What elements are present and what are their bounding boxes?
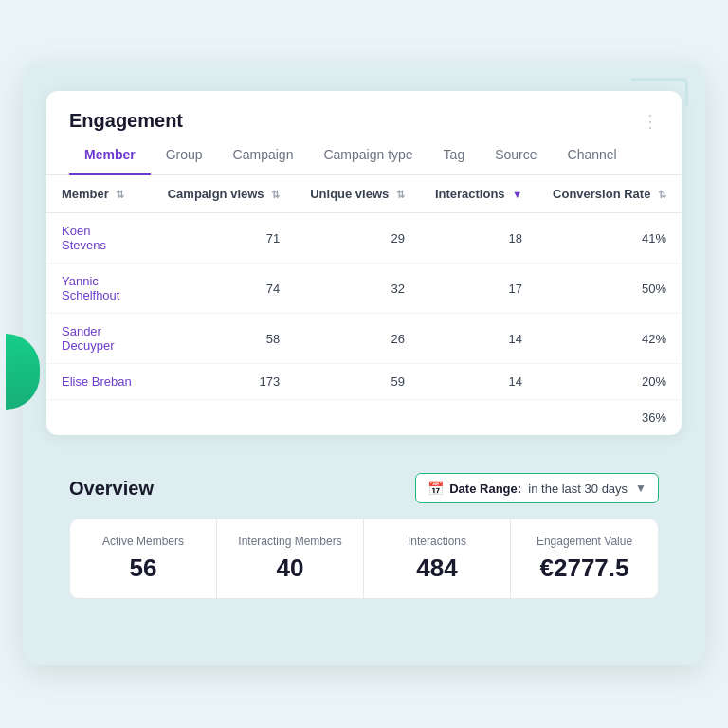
unique-views-cell: 59 xyxy=(295,364,420,400)
sort-icon-member: ⇅ xyxy=(116,189,124,201)
tab-group[interactable]: Group xyxy=(151,136,218,175)
col-conversion-rate[interactable]: Conversion Rate ⇅ xyxy=(537,175,682,213)
top-right-decoration xyxy=(631,78,688,106)
member-name-cell: Sander Decuyper xyxy=(46,314,153,364)
sort-icon-unique-views: ⇅ xyxy=(396,189,405,201)
interactions-cell xyxy=(420,400,537,436)
col-member[interactable]: Member ⇅ xyxy=(46,175,153,213)
table-row: Elise Breban 173 59 14 20% xyxy=(46,364,682,400)
table-row: Yannic Schelfhout 74 32 17 50% xyxy=(46,264,682,314)
date-range-label: Date Range: in the last 30 days xyxy=(449,482,628,496)
stat-label-interacting-members: Interacting Members xyxy=(236,535,344,548)
sort-icon-interactions: ▼ xyxy=(512,189,522,200)
tab-campaign[interactable]: Campaign xyxy=(218,136,309,175)
member-link-sander[interactable]: Sander Decuyper xyxy=(62,324,115,353)
campaign-views-cell: 173 xyxy=(153,364,295,400)
conversion-rate-cell: 42% xyxy=(537,314,682,364)
table-row: 36% xyxy=(46,400,682,436)
member-name-cell: Yannic Schelfhout xyxy=(46,264,153,314)
member-link-koen[interactable]: Koen Stevens xyxy=(62,224,106,252)
member-link-elise[interactable]: Elise Breban xyxy=(62,374,132,389)
tab-channel[interactable]: Channel xyxy=(553,136,632,175)
table-row: Koen Stevens 71 29 18 41% xyxy=(46,213,682,264)
stat-value-engagement-value: €2777.5 xyxy=(530,554,639,583)
stat-label-interactions: Interactions xyxy=(383,535,491,548)
stats-grid: Active Members 56 Interacting Members 40… xyxy=(69,519,659,599)
table-body: Koen Stevens 71 29 18 41% Yannic Schelfh… xyxy=(46,213,682,436)
member-link-yannic[interactable]: Yannic Schelfhout xyxy=(62,274,119,302)
tab-campaign-type[interactable]: Campaign type xyxy=(308,136,428,175)
col-interactions[interactable]: Interactions ▼ xyxy=(420,175,537,213)
stat-engagement-value: Engagement Value €2777.5 xyxy=(511,519,658,598)
stat-interacting-members: Interacting Members 40 xyxy=(217,519,364,598)
engagement-title: Engagement xyxy=(69,110,183,132)
overview-title: Overview xyxy=(69,478,154,500)
campaign-views-cell: 74 xyxy=(153,264,295,314)
member-name-cell xyxy=(46,400,153,436)
campaign-views-cell: 58 xyxy=(153,314,295,364)
interactions-cell: 14 xyxy=(420,364,537,400)
unique-views-cell: 26 xyxy=(295,314,420,364)
engagement-table: Member ⇅ Campaign views ⇅ Unique views ⇅… xyxy=(46,175,682,435)
unique-views-cell: 29 xyxy=(295,213,420,264)
col-campaign-views[interactable]: Campaign views ⇅ xyxy=(153,175,295,213)
campaign-views-cell: 71 xyxy=(153,213,295,264)
interactions-cell: 14 xyxy=(420,314,537,364)
date-range-button[interactable]: 📅 Date Range: in the last 30 days ▼ xyxy=(415,473,659,503)
card-header: Engagement ⋮ xyxy=(46,91,682,132)
interactions-cell: 18 xyxy=(420,213,537,264)
conversion-rate-cell: 50% xyxy=(537,264,682,314)
stat-active-members: Active Members 56 xyxy=(70,519,217,598)
stat-label-active-members: Active Members xyxy=(89,535,197,548)
chevron-down-icon: ▼ xyxy=(635,482,646,495)
stat-label-engagement-value: Engagement Value xyxy=(530,535,639,548)
col-unique-views[interactable]: Unique views ⇅ xyxy=(295,175,420,213)
outer-wrapper: Engagement ⋮ Member Group Campaign Campa… xyxy=(23,63,705,665)
tab-tag[interactable]: Tag xyxy=(428,136,481,175)
table-wrapper: Member ⇅ Campaign views ⇅ Unique views ⇅… xyxy=(46,175,682,435)
table-header: Member ⇅ Campaign views ⇅ Unique views ⇅… xyxy=(46,175,682,213)
campaign-views-cell xyxy=(153,400,295,436)
overview-header: Overview 📅 Date Range: in the last 30 da… xyxy=(69,473,659,503)
conversion-rate-cell: 20% xyxy=(537,364,682,400)
overview-section: Overview 📅 Date Range: in the last 30 da… xyxy=(46,454,682,599)
conversion-rate-cell: 36% xyxy=(537,400,682,436)
engagement-card: Engagement ⋮ Member Group Campaign Campa… xyxy=(46,91,682,435)
tab-source[interactable]: Source xyxy=(480,136,552,175)
member-name-cell: Koen Stevens xyxy=(46,213,153,264)
stat-value-active-members: 56 xyxy=(89,554,197,583)
sort-icon-campaign-views: ⇅ xyxy=(271,189,280,201)
table-row: Sander Decuyper 58 26 14 42% xyxy=(46,314,682,364)
unique-views-cell xyxy=(295,400,420,436)
sort-icon-conversion-rate: ⇅ xyxy=(658,189,666,201)
member-name-cell: Elise Breban xyxy=(46,364,153,400)
tabs-nav: Member Group Campaign Campaign type Tag … xyxy=(46,136,682,175)
calendar-icon: 📅 xyxy=(428,481,444,496)
stat-interactions: Interactions 484 xyxy=(364,519,511,598)
interactions-cell: 17 xyxy=(420,264,537,314)
tab-member[interactable]: Member xyxy=(69,136,151,175)
left-blob-decoration xyxy=(6,334,40,410)
stat-value-interacting-members: 40 xyxy=(236,554,344,583)
unique-views-cell: 32 xyxy=(295,264,420,314)
stat-value-interactions: 484 xyxy=(383,554,491,583)
header-icon: ⋮ xyxy=(642,111,659,132)
conversion-rate-cell: 41% xyxy=(537,213,682,264)
